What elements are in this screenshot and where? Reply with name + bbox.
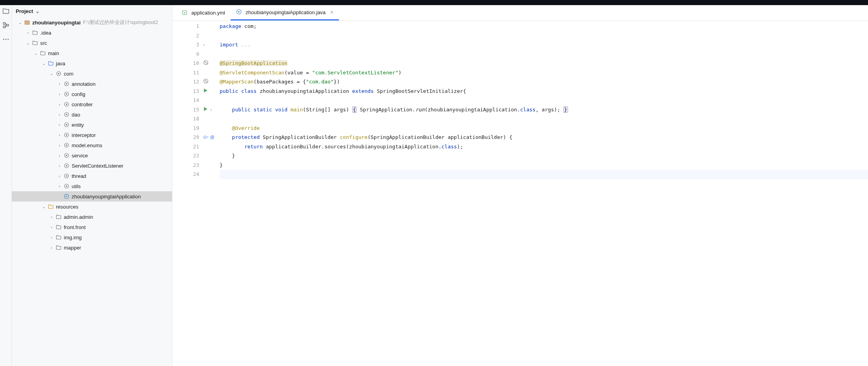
run-icon[interactable] (203, 88, 208, 94)
chevron-right-icon[interactable]: › (48, 225, 55, 229)
svg-point-19 (66, 124, 67, 126)
gutter-mark-row (202, 151, 218, 161)
chevron-down-icon[interactable]: ⌄ (17, 20, 24, 25)
line-number: 12 (172, 77, 199, 87)
run-icon[interactable] (203, 107, 208, 113)
chevron-right-icon[interactable]: › (48, 246, 55, 250)
code-line[interactable]: return applicationBuilder.sources(zhoubi… (220, 142, 868, 152)
structure-tool-icon[interactable] (2, 22, 9, 29)
chevron-down-icon[interactable]: ⌄ (40, 205, 47, 209)
tree-item-service[interactable]: ›service (12, 150, 172, 161)
code-area[interactable]: 123910111213141518192021222324 ››⊙↑ @ pa… (172, 21, 868, 366)
gutter-mark-row: › (202, 105, 218, 115)
gutter-mark-row (202, 31, 218, 41)
svg-point-25 (66, 155, 67, 156)
code-line[interactable]: protected SpringApplicationBuilder confi… (220, 133, 868, 142)
chevron-down-icon[interactable]: ⌄ (40, 61, 47, 66)
code-line[interactable]: @SpringBootApplication (220, 59, 868, 68)
tree-item-zhoubianyoupingtaiapplication[interactable]: zhoubianyoupingtaiApplication (12, 191, 172, 201)
project-tree[interactable]: ⌄zhoubianyoupingtaiF:\测试过的毕业设计\springboo… (12, 17, 172, 366)
tree-item-admin-admin[interactable]: ›admin.admin (12, 212, 172, 222)
code-line[interactable] (220, 50, 868, 59)
gutter-mark-row (202, 142, 218, 152)
tree-item-front-front[interactable]: ›front.front (12, 222, 172, 232)
more-tool-icon[interactable] (2, 36, 9, 43)
code-line[interactable] (220, 96, 868, 105)
code-content[interactable]: package com;import ...@SpringBootApplica… (218, 21, 868, 366)
code-line[interactable]: } (220, 161, 868, 170)
code-line[interactable]: package com; (220, 22, 868, 31)
code-line[interactable]: } (220, 151, 868, 161)
chevron-right-icon[interactable]: › (56, 143, 63, 148)
project-sidebar: Project ⌄ ⌄zhoubianyoupingtaiF:\测试过的毕业设计… (12, 5, 172, 366)
code-line[interactable]: @Override (220, 124, 868, 133)
gutter-mark-row (202, 161, 218, 170)
tab-label: zhoubianyoupingtaiApplication.java (246, 9, 326, 15)
chevron-right-icon[interactable]: › (56, 102, 63, 107)
code-line[interactable] (220, 170, 868, 179)
tree-item--idea[interactable]: ›.idea (12, 28, 172, 38)
tree-item-resources[interactable]: ⌄resources (12, 201, 172, 212)
package-icon (63, 122, 70, 128)
tree-item-servletcontextlistener[interactable]: ›ServletContextListener (12, 161, 172, 171)
tree-item-thread[interactable]: ›thread (12, 171, 172, 181)
chevron-right-icon[interactable]: › (48, 215, 55, 219)
inspection-off-icon[interactable] (203, 78, 209, 85)
tree-item-entity[interactable]: ›entity (12, 120, 172, 130)
override-icon[interactable]: ⊙↑ @ (203, 135, 215, 140)
tree-item-config[interactable]: ›config (12, 89, 172, 99)
tree-item-com[interactable]: ⌄com (12, 68, 172, 79)
chevron-right-icon[interactable]: › (24, 31, 31, 35)
tree-item-img-img[interactable]: ›img.img (12, 232, 172, 242)
chevron-right-icon[interactable]: › (56, 82, 63, 86)
tree-item-mapper[interactable]: ›mapper (12, 242, 172, 253)
tree-item-model-enums[interactable]: ›model.enums (12, 140, 172, 150)
code-line[interactable]: @ServletComponentScan(value = "com.Servl… (220, 68, 868, 78)
chevron-down-icon[interactable]: ⌄ (32, 51, 39, 55)
inspection-off-icon[interactable] (203, 60, 209, 67)
line-number: 1 (172, 22, 199, 31)
folder-res-icon (47, 204, 54, 209)
chevron-right-icon[interactable]: › (56, 164, 63, 168)
tab-zhoubianyoupingtaiapplication-java[interactable]: zhoubianyoupingtaiApplication.java× (231, 5, 339, 20)
gutter-mark-row (202, 77, 218, 87)
chevron-down-icon[interactable]: ⌄ (48, 72, 55, 76)
tree-item-main[interactable]: ⌄main (12, 48, 172, 58)
chevron-right-icon[interactable]: › (56, 174, 63, 178)
package-icon (63, 173, 70, 179)
chevron-right-icon[interactable]: › (56, 184, 63, 189)
chevron-right-icon[interactable]: › (56, 113, 63, 117)
code-line[interactable] (220, 114, 868, 124)
folder-icon (31, 40, 39, 46)
tree-item-dao[interactable]: ›dao (12, 109, 172, 120)
tree-item-interceptor[interactable]: ›interceptor (12, 130, 172, 140)
chevron-right-icon[interactable]: › (56, 153, 63, 158)
code-line[interactable]: public static void main(String[] args) {… (220, 105, 868, 115)
folder-tool-icon[interactable] (2, 7, 9, 15)
tree-item-src[interactable]: ⌄src (12, 38, 172, 48)
chevron-right-icon[interactable]: › (56, 92, 63, 96)
code-line[interactable] (220, 31, 868, 41)
tree-item-java[interactable]: ⌄java (12, 58, 172, 68)
project-panel-header[interactable]: Project ⌄ (12, 5, 172, 17)
code-line[interactable]: @MapperScan(basePackages = {"com.dao"}) (220, 77, 868, 87)
chevron-right-icon[interactable]: › (56, 133, 63, 137)
tab-application-yml[interactable]: application.yml (176, 5, 231, 20)
tree-item-utils[interactable]: ›utils (12, 181, 172, 191)
close-icon[interactable]: × (330, 9, 333, 15)
tree-label: service (72, 153, 88, 159)
tree-label: config (72, 91, 85, 97)
code-line[interactable]: public class zhoubianyoupingtaiApplicati… (220, 87, 868, 96)
package-icon (63, 81, 70, 87)
line-number: 14 (172, 96, 199, 105)
tree-item-controller[interactable]: ›controller (12, 99, 172, 109)
tree-item-annotation[interactable]: ›annotation (12, 79, 172, 89)
code-line[interactable]: import ... (220, 40, 868, 50)
chevron-right-icon[interactable]: › (56, 123, 63, 127)
chevron-down-icon[interactable]: ⌄ (24, 41, 31, 45)
tree-item-zhoubianyoupingtai[interactable]: ⌄zhoubianyoupingtaiF:\测试过的毕业设计\springboo… (12, 17, 172, 28)
chevron-right-icon[interactable]: › (48, 235, 55, 240)
fold-icon[interactable]: › (203, 42, 205, 48)
fold-icon[interactable]: › (210, 107, 212, 113)
gutter-marks: ››⊙↑ @ (202, 21, 218, 366)
